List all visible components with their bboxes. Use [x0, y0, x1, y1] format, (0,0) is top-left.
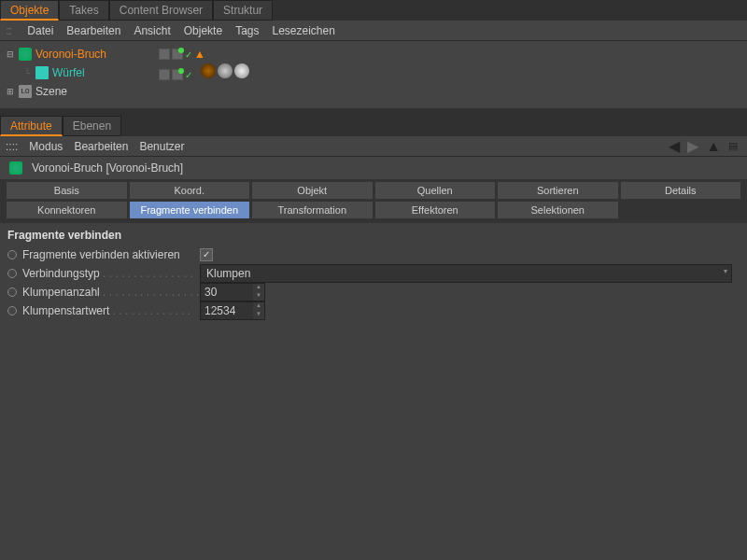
- menu-benutzer[interactable]: Benutzer: [139, 140, 184, 153]
- menu-modus[interactable]: Modus: [29, 140, 63, 153]
- tab-transformation[interactable]: Transformation: [251, 201, 374, 219]
- warning-icon: ▲: [194, 49, 205, 59]
- section-title: Fragmente verbinden: [0, 223, 747, 245]
- scene-icon: L0: [19, 85, 32, 98]
- nav-menu-icon[interactable]: ▤: [728, 140, 738, 152]
- render-tag-icon[interactable]: [172, 49, 183, 60]
- object-extra-tags: [201, 63, 249, 78]
- enabled-check-icon[interactable]: ✓: [185, 49, 192, 60]
- tab-takes[interactable]: Takes: [59, 0, 108, 21]
- tree-row-szene[interactable]: ⊞ L0 Szene: [0, 82, 747, 101]
- animatable-dot-icon[interactable]: [7, 250, 17, 259]
- spinner-icon[interactable]: ▲▼: [253, 284, 264, 301]
- tree-row-voronoi[interactable]: ⊟ Voronoi-Bruch: [0, 45, 747, 63]
- nav-back-icon[interactable]: ◀: [669, 137, 680, 155]
- phong-tag-icon[interactable]: [234, 63, 249, 78]
- nav-up-icon[interactable]: ▲: [706, 138, 721, 155]
- tree-label-voronoi: Voronoi-Bruch: [35, 48, 106, 61]
- menu-objekte[interactable]: Objekte: [184, 24, 222, 37]
- object-tag-column: ✓ ▲ ✓: [159, 45, 205, 84]
- animatable-dot-icon[interactable]: [7, 287, 17, 297]
- tab-objekte[interactable]: Objekte: [0, 0, 59, 21]
- voronoi-fracture-icon: [9, 161, 22, 175]
- tab-quellen[interactable]: Quellen: [374, 181, 497, 200]
- tab-ebenen[interactable]: Ebenen: [63, 116, 121, 136]
- layer-tag-icon[interactable]: [159, 49, 170, 60]
- cube-icon: [35, 66, 49, 79]
- panel-divider[interactable]: [0, 108, 747, 116]
- material-tag-icon[interactable]: [218, 63, 233, 78]
- tab-koord[interactable]: Koord.: [129, 181, 251, 200]
- label-verbindungstyp: Verbindungstyp . . . . . . . . . . . . .…: [22, 267, 200, 280]
- menu-lesezeichen[interactable]: Lesezeichen: [272, 24, 334, 37]
- field-aktivieren: Fragmente verbinden aktivieren ✓: [0, 245, 747, 264]
- dropdown-verbindungstyp[interactable]: Klumpen: [200, 264, 732, 283]
- render-tag-icon[interactable]: [172, 69, 183, 80]
- property-tabs-row2: Konnektoren Fragmente verbinden Transfor…: [0, 201, 747, 223]
- voronoi-fracture-icon: [19, 48, 32, 61]
- object-title-bar: Voronoi-Bruch [Voronoi-Bruch]: [0, 157, 747, 179]
- tree-label-wuerfel: Würfel: [52, 66, 85, 79]
- field-klumpenanzahl: Klumpenanzahl . . . . . . . . . . . . . …: [0, 283, 747, 301]
- layer-tag-icon[interactable]: [159, 69, 170, 80]
- expand-icon[interactable]: ⊟: [6, 49, 15, 59]
- grip-icon: ::::: [6, 24, 10, 37]
- label-klumpenstartwert: Klumpenstartwert . . . . . . . . . . . .…: [22, 304, 200, 317]
- label-klumpenanzahl: Klumpenanzahl . . . . . . . . . . . . . …: [22, 286, 200, 299]
- empty-tab: [620, 201, 742, 219]
- attribute-menu-bar: :::: Modus Bearbeiten Benutzer ◀ ▶ ▲ ▤: [0, 136, 747, 157]
- spinner-icon[interactable]: ▲▼: [253, 302, 264, 319]
- tab-struktur[interactable]: Struktur: [213, 0, 273, 21]
- menu-datei[interactable]: Datei: [27, 24, 53, 37]
- tag-icon[interactable]: [201, 63, 216, 78]
- grip-icon: ::::: [6, 140, 18, 153]
- object-title: Voronoi-Bruch [Voronoi-Bruch]: [32, 161, 183, 175]
- field-verbindungstyp: Verbindungstyp . . . . . . . . . . . . .…: [0, 264, 747, 283]
- tab-effektoren[interactable]: Effektoren: [374, 201, 497, 219]
- nav-fwd-icon[interactable]: ▶: [687, 137, 698, 155]
- tab-sortieren[interactable]: Sortieren: [497, 181, 619, 200]
- enabled-check-icon[interactable]: ✓: [185, 70, 192, 80]
- field-klumpenstartwert: Klumpenstartwert . . . . . . . . . . . .…: [0, 301, 747, 320]
- expand-icon[interactable]: ⊞: [6, 87, 15, 96]
- checkbox-aktivieren[interactable]: ✓: [200, 248, 213, 261]
- menu-ansicht[interactable]: Ansicht: [134, 24, 170, 37]
- tab-attribute[interactable]: Attribute: [0, 116, 63, 136]
- attribute-tab-bar: Attribute Ebenen: [0, 116, 747, 136]
- tree-label-szene: Szene: [35, 85, 67, 98]
- tab-objekt[interactable]: Objekt: [251, 181, 374, 200]
- tab-basis[interactable]: Basis: [6, 181, 128, 200]
- menu-bearbeiten[interactable]: Bearbeiten: [74, 140, 128, 153]
- tree-row-wuerfel[interactable]: └ Würfel: [0, 63, 747, 82]
- tab-content-browser[interactable]: Content Browser: [109, 0, 213, 21]
- input-klumpenanzahl[interactable]: 30▲▼: [200, 283, 265, 301]
- tab-details[interactable]: Details: [620, 181, 742, 200]
- property-tabs-row1: Basis Koord. Objekt Quellen Sortieren De…: [0, 179, 747, 201]
- object-tree: ⊟ Voronoi-Bruch └ Würfel ⊞ L0 Szene ✓ ▲ …: [0, 41, 747, 108]
- tab-selektionen[interactable]: Selektionen: [497, 201, 619, 219]
- menu-tags[interactable]: Tags: [235, 24, 259, 37]
- tab-fragmente-verbinden[interactable]: Fragmente verbinden: [129, 201, 251, 219]
- objects-menu-bar: :::: Datei Bearbeiten Ansicht Objekte Ta…: [0, 21, 747, 41]
- tree-line-icon: └: [22, 68, 32, 77]
- empty-panel: [0, 320, 747, 560]
- input-klumpenstartwert[interactable]: 12534▲▼: [200, 301, 265, 320]
- label-aktivieren: Fragmente verbinden aktivieren: [22, 248, 200, 261]
- menu-bearbeiten[interactable]: Bearbeiten: [66, 24, 120, 37]
- objects-tab-bar: Objekte Takes Content Browser Struktur: [0, 0, 747, 21]
- animatable-dot-icon[interactable]: [7, 306, 17, 315]
- tab-konnektoren[interactable]: Konnektoren: [6, 201, 128, 219]
- animatable-dot-icon[interactable]: [7, 269, 17, 278]
